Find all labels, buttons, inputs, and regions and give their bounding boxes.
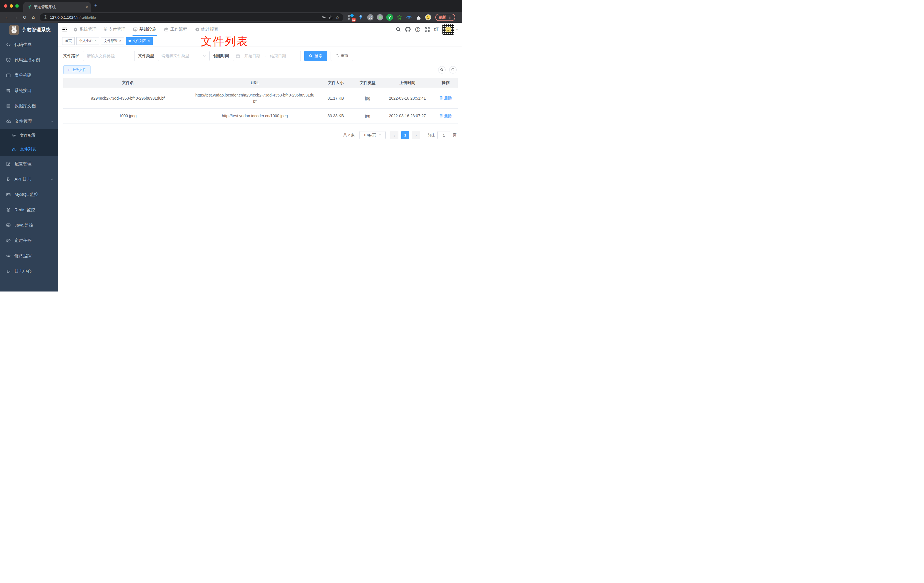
extension-emoji-icon[interactable] [424,13,432,21]
date-end-input[interactable] [268,54,288,58]
reset-button[interactable]: 重置 [331,51,353,61]
cell-filetype: jpg [354,88,381,109]
date-start-input[interactable] [242,54,262,58]
app-logo[interactable]: 芋道管理系统 [0,24,58,36]
nav-system-management[interactable]: 系统管理 [73,23,96,36]
cloud-download-icon [6,119,11,124]
nav-infrastructure[interactable]: 基础设施 [133,23,156,36]
back-button[interactable]: ← [3,13,11,21]
file-type-select[interactable]: 请选择文件类型 [158,51,210,61]
monitor-chart-icon [6,192,11,197]
search-button[interactable]: 搜索 [304,51,327,61]
new-tab-button[interactable]: + [94,2,97,8]
extension-green-dot-icon[interactable] [376,13,384,21]
delete-label: 删除 [444,113,452,119]
delete-button[interactable]: 删除 [439,95,452,101]
reload-button[interactable]: ↻ [20,13,29,21]
home-button[interactable]: ⌂ [29,13,38,21]
extension-badge-icon[interactable]: 11 [347,13,355,21]
sidebar-item-file-list[interactable]: 文件列表 [0,142,58,156]
sidebar-item-code-generation[interactable]: 代码生成 [0,37,58,52]
extension-command-icon[interactable]: ⌘ [366,13,375,21]
show-search-button[interactable] [438,66,446,74]
help-icon[interactable]: ? [415,27,421,32]
close-icon[interactable]: × [148,39,150,43]
create-time-label: 创建时间 [213,53,229,58]
gear-icon [12,134,16,138]
goto-page-input[interactable] [437,131,450,139]
file-path-input[interactable] [83,51,135,61]
date-range-picker[interactable]: - [233,51,301,61]
monitor-check-icon [133,27,138,32]
font-size-icon[interactable]: tT [434,27,439,32]
nav-payment-management[interactable]: ¥ 支付管理 [104,23,125,36]
extension-eye-icon[interactable] [405,13,413,21]
svg-text:?: ? [417,28,419,31]
github-icon[interactable] [405,26,411,32]
file-type-label: 文件类型 [138,53,154,58]
sidebar-item-config-management[interactable]: 配置管理 [0,156,58,172]
sidebar-item-api-log[interactable]: API 日志 [0,172,58,187]
extension-gem-icon[interactable] [356,13,365,21]
search-icon[interactable] [396,27,401,32]
avatar-caret-icon[interactable]: ▾ [456,28,458,31]
sidebar-item-form-builder[interactable]: 表单构建 [0,68,58,83]
sidebar-item-log-center[interactable]: 日志中心 [0,263,58,279]
sliders-icon [6,88,11,93]
favicon-sprout-icon [27,5,31,9]
file-management-submenu: 文件配置 文件列表 [0,129,58,156]
sidebar-item-redis-monitor[interactable]: Redis 监控 [0,202,58,217]
extension-star-icon[interactable] [395,13,404,21]
page-1-button[interactable]: 1 [401,131,409,139]
close-window-button[interactable] [4,4,7,8]
share-icon[interactable] [328,15,333,20]
close-icon[interactable]: × [94,39,96,43]
table-row: a294ecb2-73dd-4353-bf40-296b8931d0bf htt… [63,88,458,109]
extensions-puzzle-icon[interactable] [414,13,423,21]
avatar[interactable] [442,24,454,35]
site-info-icon[interactable]: ⓘ [44,15,48,20]
main-header: 系统管理 ¥ 支付管理 基础设施 工作流程 [58,23,462,36]
forward-button[interactable]: → [12,13,20,21]
bookmark-star-icon[interactable]: ☆ [335,15,340,20]
prev-page-button[interactable]: ‹ [390,131,398,139]
sidebar-item-scheduled-tasks[interactable]: 定时任务 [0,233,58,248]
collapse-sidebar-icon[interactable] [62,27,67,32]
address-bar[interactable]: ⓘ 127.0.0.1:1024/infra/file/file ☆ [40,13,343,21]
pagination: 共 2 条 10条/页 ‹ 1 › 前往 页 [63,131,457,139]
sidebar-item-tracing[interactable]: 链路追踪 [0,248,58,263]
page-size-value: 10条/页 [363,132,376,138]
sidebar-item-file-management[interactable]: 文件管理 [0,114,58,129]
tag-label: 个人中心 [79,39,93,43]
minimize-window-button[interactable] [10,4,13,8]
page-size-select[interactable]: 10条/页 [359,131,386,139]
sidebar-item-code-gen-example[interactable]: 代码生成示例 [0,52,58,68]
tag-file-config[interactable]: 文件配置 × [101,37,124,45]
active-dot [129,40,131,42]
refresh-table-button[interactable] [449,66,457,74]
zoom-window-button[interactable] [15,4,19,8]
browser-tab[interactable]: 芋道管理系统 × [23,2,91,12]
next-page-button[interactable]: › [412,131,420,139]
tag-file-list[interactable]: 文件列表 × [126,37,153,45]
browser-menu-icon[interactable]: ⋮ [448,15,452,20]
sidebar-item-system-api[interactable]: 系统接口 [0,83,58,98]
nav-workflow[interactable]: 工作流程 [164,23,187,36]
sidebar-item-label: 代码生成示例 [15,57,40,63]
tag-label: 文件配置 [104,39,117,43]
password-key-icon[interactable] [322,15,326,20]
close-icon[interactable]: × [119,39,121,43]
extension-y-icon[interactable]: Y [385,13,394,21]
chrome-update-button[interactable]: 更新 ⋮ [435,13,455,21]
delete-button[interactable]: 删除 [439,113,452,119]
tag-home[interactable]: 首页 [62,37,75,45]
upload-file-button[interactable]: + 上传文件 [63,65,91,74]
tab-close-icon[interactable]: × [86,5,88,9]
sidebar-item-db-doc[interactable]: 数据库文档 [0,98,58,114]
sidebar-item-file-config[interactable]: 文件配置 [0,129,58,142]
fullscreen-icon[interactable] [424,27,430,32]
sidebar-item-java-monitor[interactable]: Java 监控 [0,217,58,233]
pagination-total: 共 2 条 [343,132,355,138]
tag-profile[interactable]: 个人中心 × [76,37,99,45]
sidebar-item-mysql-monitor[interactable]: MySQL 监控 [0,187,58,202]
